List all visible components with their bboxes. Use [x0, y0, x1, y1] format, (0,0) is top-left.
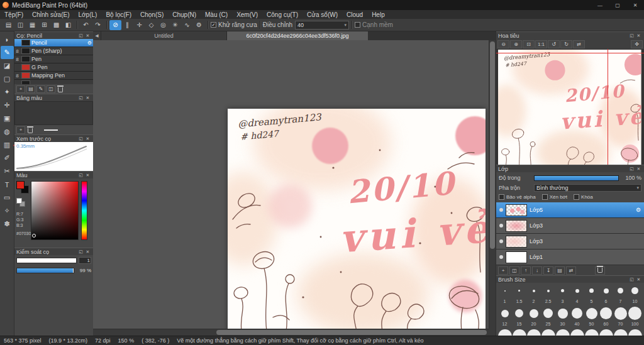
brush-size-option[interactable] [613, 328, 628, 336]
popout-icon[interactable]: ◱ [77, 172, 84, 178]
new-canvas-icon[interactable]: ▤ [3, 20, 14, 30]
frame-tool-icon[interactable]: ▭ [1, 191, 14, 204]
popout-icon[interactable]: ◱ [77, 95, 84, 101]
close-panel-icon[interactable]: ✕ [84, 249, 91, 255]
brush-size-option[interactable]: 1 [497, 283, 512, 305]
snap-parallel-icon[interactable]: ∥ [121, 20, 133, 30]
clipping-option[interactable]: Xén bớt [542, 194, 567, 200]
saturation-value-square[interactable] [31, 181, 79, 240]
brush-size-option[interactable]: 100 [628, 305, 642, 328]
close-panel-icon[interactable]: ✕ [84, 136, 91, 142]
collapse-left-panel-icon[interactable]: ◀ [93, 31, 101, 40]
menu-snap[interactable]: Chụp(N) [168, 10, 201, 19]
foreground-color-swatch[interactable] [16, 181, 25, 189]
zoom-in-icon[interactable]: ⊕ [510, 40, 522, 48]
navigator-settings-icon[interactable]: ✜ [631, 40, 643, 48]
undo-icon[interactable]: ↶ [80, 20, 92, 30]
duplicate-layer-icon[interactable]: ◫ [509, 266, 519, 275]
gradient-tool-icon[interactable]: ▥ [1, 138, 14, 151]
brush-size-option[interactable]: 20 [526, 305, 541, 328]
brush-size-option[interactable]: 12 [497, 305, 512, 328]
text-tool-icon[interactable]: T [1, 178, 14, 191]
menu-layer[interactable]: Lớp(L) [74, 10, 102, 19]
menu-select[interactable]: Chọn(S) [136, 10, 168, 19]
protect-alpha-checkbox[interactable] [499, 194, 504, 200]
color-picker-cursor[interactable] [32, 234, 36, 238]
delete-layer-icon[interactable] [595, 266, 605, 275]
brush-settings-icon[interactable]: ⚙ [87, 40, 92, 46]
flip-horizontal-icon[interactable]: ⇄ [573, 40, 585, 48]
layer-visible-icon[interactable] [496, 239, 506, 243]
layer-visible-icon[interactable] [496, 224, 506, 227]
protect-alpha-option[interactable]: Bảo vệ alpha [499, 194, 536, 200]
layer-up-icon[interactable]: ↑ [521, 266, 531, 275]
add-layer-icon[interactable]: + [498, 266, 508, 275]
soft-edge-checkbox[interactable] [355, 22, 360, 28]
layer-row-lop3b[interactable]: Lớp3 [496, 234, 644, 249]
layer-folder-icon[interactable]: ▤ [555, 266, 565, 275]
brush-size-option[interactable] [570, 328, 584, 336]
popout-icon[interactable]: ◱ [77, 33, 84, 39]
brush-size-value[interactable]: 1 [79, 257, 91, 264]
menu-tools[interactable]: Công cụ(T) [262, 10, 303, 19]
menu-cloud[interactable]: Cloud [342, 10, 367, 19]
brush-size-option[interactable]: 40 [570, 305, 584, 328]
material-icon[interactable]: ▩ [50, 20, 62, 30]
brush-size-option[interactable] [512, 328, 526, 336]
brush-item-pencil[interactable]: Pencil ⚙ [14, 39, 93, 47]
save-icon[interactable]: ◫ [14, 20, 26, 30]
close-panel-icon[interactable]: ✕ [84, 33, 91, 39]
menu-file[interactable]: Tệp(F) [0, 10, 28, 19]
tab-untitled[interactable]: Untitled [101, 31, 227, 40]
popout-icon[interactable]: ◱ [628, 277, 635, 283]
layer-down-icon[interactable]: ↓ [532, 266, 542, 275]
horizontal-scrollbar[interactable] [93, 329, 489, 336]
brush-size-option[interactable] [497, 328, 512, 336]
vertical-scrollbar-thumb[interactable] [490, 41, 495, 249]
brush-item-pen-sharp[interactable]: 8 Pen (Sharp) [14, 47, 93, 55]
close-panel-icon[interactable]: ✕ [84, 172, 91, 178]
select-pen-tool-icon[interactable]: ✐ [1, 151, 14, 165]
brush-size-option[interactable] [526, 328, 541, 336]
brush-size-option[interactable]: 10 [628, 283, 642, 305]
navigator-preview[interactable]: @dreamytran123 # hd247 20/10 vui vẻ [496, 49, 644, 165]
grid-icon[interactable]: ⊞ [38, 20, 50, 30]
brush-item-partial[interactable] [14, 80, 93, 84]
snap-radial-icon[interactable]: ✳ [169, 20, 181, 30]
brush-size-option[interactable]: 3 [555, 283, 570, 305]
popout-icon[interactable]: ◱ [628, 33, 635, 39]
menu-filter[interactable]: Bộ lọc(F) [101, 10, 136, 19]
menu-window[interactable]: Cửa sổ(W) [303, 10, 342, 19]
snap-settings-icon[interactable]: ⚙ [193, 20, 205, 30]
brush-size-option[interactable]: 25 [541, 305, 555, 328]
maximize-button[interactable]: ▢ [609, 0, 626, 10]
brush-tool-icon[interactable]: ✎ [1, 46, 14, 59]
brush-size-option[interactable]: 4 [570, 283, 584, 305]
brush-item-g-pen[interactable]: G Pen [14, 63, 93, 72]
hand-tool-icon[interactable]: ✽ [1, 217, 14, 231]
rotate-left-icon[interactable]: ↺ [548, 40, 560, 48]
fit-screen-icon[interactable]: ⊡ [523, 40, 535, 48]
lock-option[interactable]: Khóa [574, 194, 593, 200]
brush-size-option[interactable] [628, 328, 642, 336]
brush-size-option[interactable]: 6 [599, 283, 613, 305]
rotate-right-icon[interactable]: ↻ [560, 40, 572, 48]
close-panel-icon[interactable]: ✕ [635, 277, 642, 283]
white-color-swatch[interactable] [16, 198, 22, 204]
layer-row-lop3[interactable]: Lớp3 [496, 218, 644, 234]
snap-off-icon[interactable]: ⊘ [109, 20, 121, 30]
clipping-checkbox[interactable] [542, 194, 548, 200]
delete-brush-icon[interactable] [58, 87, 63, 92]
zoom-out-icon[interactable]: ⊖ [497, 40, 509, 48]
minimize-button[interactable]: — [591, 0, 609, 10]
blend-mode-dropdown[interactable]: Bình thường ▾ [534, 184, 641, 192]
pen-tool-icon[interactable]: ◗ [1, 33, 14, 46]
menu-help[interactable]: Help [367, 10, 389, 19]
brush-size-option[interactable] [584, 328, 599, 336]
brush-size-option[interactable]: 70 [613, 305, 628, 328]
menu-color[interactable]: Màu (C) [201, 10, 232, 19]
popout-icon[interactable]: ◱ [628, 166, 635, 172]
antialias-checkbox[interactable]: ✓ [211, 22, 216, 28]
brush-size-option[interactable]: 15 [512, 305, 526, 328]
layer-visible-icon[interactable] [496, 255, 506, 259]
